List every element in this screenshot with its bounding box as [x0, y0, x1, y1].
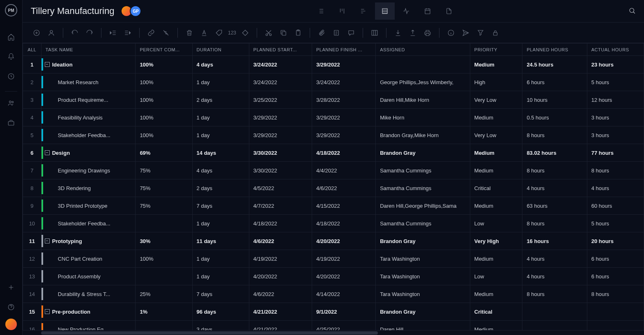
cell-planhrs[interactable]: 8 hours [522, 285, 587, 303]
cell-start[interactable]: 4/19/2022 [249, 250, 312, 268]
cell-planhrs[interactable]: 8 hours [522, 126, 587, 144]
note-icon[interactable] [331, 27, 342, 39]
cell-finish[interactable]: 4/15/2022 [312, 197, 375, 215]
cell-acthrs[interactable] [587, 303, 644, 321]
table-row[interactable]: 1−Ideation100%4 days3/24/20223/29/2022Me… [23, 56, 644, 73]
cell-pct[interactable]: 30% [136, 232, 192, 250]
cell-pct[interactable]: 1% [136, 303, 192, 321]
cell-planhrs[interactable]: 0.5 hours [522, 109, 587, 126]
cell-assigned[interactable]: George Phillips,Jess Wimberly, [376, 73, 470, 91]
search-icon[interactable] [628, 7, 636, 16]
table-row[interactable]: 93D Printed Prototype75%7 days4/7/20224/… [23, 197, 644, 215]
cell-acthrs[interactable]: 77 hours [587, 144, 644, 162]
cell-acthrs[interactable]: 3 hours [587, 126, 644, 144]
cell-priority[interactable]: High [470, 73, 522, 91]
toolbar-123-label[interactable]: 123 [228, 30, 236, 36]
cell-acthrs[interactable]: 23 hours [587, 56, 644, 73]
cell-finish[interactable]: 4/20/2022 [312, 232, 375, 250]
copy-icon[interactable] [278, 27, 289, 39]
task-grid[interactable]: ALL TASK NAME PERCENT COM... DURATION PL… [23, 43, 644, 330]
view-sheet-icon[interactable] [375, 2, 395, 20]
cell-task-name[interactable]: −Pre-production [41, 303, 136, 321]
redo-icon[interactable] [84, 27, 95, 39]
cell-task-name[interactable]: New Production Eq... [41, 321, 136, 330]
cell-planhrs[interactable]: 16 hours [522, 232, 587, 250]
cell-acthrs[interactable]: 6 hours [587, 250, 644, 268]
cell-assigned[interactable]: Daren Hill,Mike Horn [376, 91, 470, 109]
cell-assigned[interactable]: Brandon Gray,Mike Horn [376, 126, 470, 144]
col-header-actual-hours[interactable]: ACTUAL HOURS [587, 44, 644, 56]
cell-pct[interactable]: 69% [136, 144, 192, 162]
add-circle-icon[interactable] [31, 27, 42, 39]
export-icon[interactable] [407, 27, 419, 39]
col-header-num[interactable]: ALL [23, 44, 41, 56]
cell-dur[interactable]: 1 day [192, 126, 249, 144]
cell-priority[interactable]: Medium [470, 162, 522, 179]
cell-task-name[interactable]: Product Requireme... [41, 91, 136, 109]
view-calendar-icon[interactable] [418, 2, 437, 20]
cell-dur[interactable]: 1 day [192, 73, 249, 91]
cell-acthrs[interactable]: 8 hours [587, 285, 644, 303]
cell-assigned[interactable]: Samantha Cummings [376, 162, 470, 179]
collapse-icon[interactable]: − [45, 239, 50, 243]
cell-finish[interactable]: 4/4/2022 [312, 162, 375, 179]
cell-dur[interactable]: 7 days [192, 285, 249, 303]
columns-icon[interactable] [369, 27, 380, 39]
row-number[interactable]: 4 [23, 109, 41, 126]
col-header-name[interactable]: TASK NAME [41, 44, 136, 56]
row-number[interactable]: 10 [23, 215, 41, 232]
briefcase-icon[interactable] [3, 115, 19, 131]
cell-planhrs[interactable] [522, 303, 587, 321]
cell-start[interactable]: 3/24/2022 [249, 56, 312, 73]
col-header-priority[interactable]: PRIORITY [470, 44, 522, 56]
row-number[interactable]: 2 [23, 73, 41, 91]
cell-finish[interactable]: 4/18/2022 [312, 144, 375, 162]
cell-finish[interactable]: 3/29/2022 [312, 109, 375, 126]
cell-start[interactable]: 4/5/2022 [249, 179, 312, 197]
send-icon[interactable] [460, 27, 472, 39]
cell-acthrs[interactable]: 60 hours [587, 197, 644, 215]
table-row[interactable]: 13Product Assembly1 day4/20/20224/20/202… [23, 268, 644, 285]
cell-task-name[interactable]: Stakeholder Feedba... [41, 215, 136, 232]
cell-dur[interactable]: 2 days [192, 179, 249, 197]
cell-priority[interactable]: Medium [470, 285, 522, 303]
diamond-icon[interactable] [239, 27, 251, 39]
cell-pct[interactable]: 100% [136, 91, 192, 109]
cell-task-name[interactable]: Market Research [41, 73, 136, 91]
cell-dur[interactable]: 2 days [192, 91, 249, 109]
row-number[interactable]: 15 [23, 303, 41, 321]
cell-finish[interactable]: 9/1/2022 [312, 303, 375, 321]
horizontal-scrollbar[interactable] [23, 330, 644, 335]
cell-start[interactable]: 3/30/2022 [249, 144, 312, 162]
row-number[interactable]: 7 [23, 162, 41, 179]
cell-pct[interactable]: 75% [136, 179, 192, 197]
outdent-icon[interactable] [107, 27, 119, 39]
cell-priority[interactable]: Medium [470, 197, 522, 215]
row-number[interactable]: 9 [23, 197, 41, 215]
cell-planhrs[interactable]: 6 hours [522, 73, 587, 91]
cell-dur[interactable]: 4 days [192, 162, 249, 179]
cell-finish[interactable]: 4/25/2022 [312, 321, 375, 330]
col-header-duration[interactable]: DURATION [192, 44, 249, 56]
cell-planhrs[interactable]: 24.5 hours [522, 56, 587, 73]
table-row[interactable]: 12CNC Part Creation100%1 day4/19/20224/1… [23, 250, 644, 268]
help-icon[interactable] [3, 299, 19, 315]
cell-assigned[interactable]: Daren Hill [376, 321, 470, 330]
table-row[interactable]: 11−Prototyping30%11 days4/6/20224/20/202… [23, 232, 644, 250]
collapse-icon[interactable]: − [45, 150, 50, 155]
cell-acthrs[interactable]: 5 hours [587, 215, 644, 232]
cell-dur[interactable]: 1 day [192, 109, 249, 126]
cell-finish[interactable]: 4/6/2022 [312, 179, 375, 197]
cell-assigned[interactable]: Samantha Cummings [376, 215, 470, 232]
cell-priority[interactable]: Medium [470, 250, 522, 268]
table-row[interactable]: 6−Design69%14 days3/30/20224/18/2022Bran… [23, 144, 644, 162]
col-header-start[interactable]: PLANNED START... [249, 44, 312, 56]
cell-pct[interactable]: 100% [136, 250, 192, 268]
cell-task-name[interactable]: −Design [41, 144, 136, 162]
cell-finish[interactable]: 4/20/2022 [312, 268, 375, 285]
paste-icon[interactable] [292, 27, 304, 39]
cell-priority[interactable]: Very Low [470, 91, 522, 109]
bell-icon[interactable] [3, 48, 19, 65]
collapse-icon[interactable]: − [45, 309, 50, 314]
cell-finish[interactable]: 3/28/2022 [312, 91, 375, 109]
